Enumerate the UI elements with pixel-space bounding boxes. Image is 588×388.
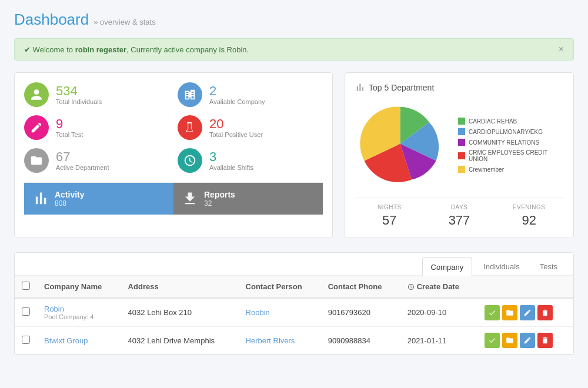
chart-stat-evenings-value: 92 bbox=[494, 213, 564, 228]
alert-text: ✔ Welcome to robin regester, Currently a… bbox=[24, 45, 249, 54]
legend-item-1: CARDIOPULMONARY/EKG bbox=[458, 128, 564, 135]
chart-bar-icon bbox=[32, 190, 49, 207]
contact-link-1[interactable]: Herbert Rivers bbox=[246, 336, 295, 345]
col-contact-person: Contact Person bbox=[239, 276, 321, 298]
row-checkbox-cell bbox=[15, 298, 37, 327]
download-icon bbox=[182, 190, 198, 207]
row-company-name-0: Robin Pool Company: 4 bbox=[37, 298, 121, 327]
delete-button-0[interactable] bbox=[537, 305, 553, 320]
row-address-1: 4032 Lehi Drive Memphis bbox=[121, 327, 239, 354]
data-table: Company Name Address Contact Person Cont… bbox=[15, 276, 573, 354]
chart-title-text: Top 5 Department bbox=[369, 83, 434, 92]
legend-label-4: Crewmember bbox=[469, 166, 504, 173]
activity-btn-sub: 808 bbox=[55, 199, 85, 208]
table-header-row: Company Name Address Contact Person Cont… bbox=[15, 276, 573, 298]
edit-button-1[interactable] bbox=[520, 333, 535, 348]
alert-close-button[interactable]: × bbox=[559, 45, 564, 54]
stat-total-individuals: 534 Total Individuals bbox=[24, 82, 169, 107]
legend-dot-3 bbox=[458, 152, 465, 159]
tab-tests[interactable]: Tests bbox=[531, 257, 566, 275]
contact-link-0[interactable]: Roobin bbox=[246, 308, 270, 317]
col-checkbox bbox=[15, 276, 37, 298]
check-button-0[interactable] bbox=[485, 305, 500, 320]
flask-icon bbox=[183, 121, 196, 134]
stat-positive-user: 20 Total Positive User bbox=[178, 115, 323, 140]
col-address: Address bbox=[121, 276, 239, 298]
tab-individuals[interactable]: Individuals bbox=[475, 257, 528, 275]
table-row: Robin Pool Company: 4 4032 Lehi Box 210 … bbox=[15, 298, 573, 327]
tab-company[interactable]: Company bbox=[422, 257, 473, 276]
delete-button-1[interactable] bbox=[537, 333, 553, 348]
legend-item-3: CRMC EMPLOYEES CREDIT UNION bbox=[458, 149, 564, 162]
row-checkbox-0[interactable] bbox=[22, 307, 30, 316]
row-date-0: 2020-09-10 bbox=[400, 298, 477, 327]
reports-btn-sub: 32 bbox=[204, 199, 235, 208]
stat-info-shifts: 3 Avaliable Shifts bbox=[209, 150, 253, 171]
stat-label-company: Avaliable Company bbox=[209, 98, 265, 105]
page-subtitle: » overview & stats bbox=[93, 18, 156, 26]
check-icon-0 bbox=[488, 309, 496, 317]
chart-stat-evenings-label: EVENINGS bbox=[494, 204, 564, 210]
col-company-name: Company Name bbox=[37, 276, 121, 298]
legend-dot-2 bbox=[458, 139, 465, 146]
stat-icon-dept bbox=[24, 148, 49, 173]
company-name-link-1[interactable]: Btwixt Group bbox=[44, 336, 88, 345]
folder-button-1[interactable] bbox=[502, 333, 517, 348]
table-container: Company Name Address Contact Person Cont… bbox=[15, 276, 573, 354]
check-button-1[interactable] bbox=[485, 333, 500, 348]
chart-legend: CARDIAC REHAB CARDIOPULMONARY/EKG COMMUN… bbox=[458, 118, 564, 173]
edit-icon bbox=[30, 121, 43, 134]
reports-button[interactable]: Reports 32 bbox=[173, 183, 323, 215]
row-phone-1: 9090988834 bbox=[321, 327, 400, 354]
chart-body: CARDIAC REHAB CARDIOPULMONARY/EKG COMMUN… bbox=[355, 101, 564, 189]
stat-info-company: 2 Avaliable Company bbox=[209, 84, 265, 105]
stat-icon-individuals bbox=[24, 82, 49, 107]
stat-label-shifts: Avaliable Shifts bbox=[209, 164, 253, 171]
chart-stat-nights-label: NIGHTS bbox=[355, 204, 425, 210]
chart-stat-nights-value: 57 bbox=[355, 213, 425, 228]
activity-btn-info: Activity 808 bbox=[55, 190, 85, 208]
chart-stat-days-label: DAYS bbox=[425, 204, 495, 210]
legend-item-4: Crewmember bbox=[458, 166, 564, 173]
stat-number-company: 2 bbox=[209, 84, 265, 98]
stat-icon-company bbox=[178, 82, 202, 107]
building-icon bbox=[183, 88, 196, 101]
welcome-alert: ✔ Welcome to robin regester, Currently a… bbox=[14, 38, 574, 61]
legend-item-0: CARDIAC REHAB bbox=[458, 118, 564, 125]
delete-btn-icon-0 bbox=[541, 309, 549, 317]
legend-dot-1 bbox=[458, 128, 465, 135]
stats-grid: 534 Total Individuals 2 Avaliable Compan… bbox=[24, 82, 323, 173]
table-tabs: Company Individuals Tests bbox=[15, 253, 573, 276]
edit-button-0[interactable] bbox=[520, 305, 535, 320]
legend-dot-0 bbox=[458, 118, 465, 125]
stat-label-test: Total Test bbox=[56, 131, 83, 138]
activity-button[interactable]: Activity 808 bbox=[24, 183, 173, 215]
chart-stat-evenings: EVENINGS 92 bbox=[494, 204, 564, 228]
stat-icon-shifts bbox=[178, 148, 202, 173]
alert-post: , Currently active company is Robin. bbox=[126, 45, 249, 54]
reports-btn-title: Reports bbox=[204, 190, 235, 199]
row-checkbox-1[interactable] bbox=[22, 336, 30, 344]
stat-label-positive: Total Positive User bbox=[209, 131, 263, 138]
table-row: Btwixt Group 4032 Lehi Drive Memphis Her… bbox=[15, 327, 573, 354]
stat-info-test: 9 Total Test bbox=[56, 117, 83, 138]
row-actions-0 bbox=[477, 298, 573, 327]
row-contact-0: Roobin bbox=[239, 298, 321, 327]
col-actions bbox=[477, 276, 573, 298]
table-section: Company Individuals Tests Company Name A… bbox=[14, 252, 574, 355]
check-icon-1 bbox=[488, 336, 496, 344]
delete-btn-icon-1 bbox=[541, 336, 549, 344]
folder-button-0[interactable] bbox=[502, 305, 517, 320]
company-name-link-0[interactable]: Robin bbox=[44, 305, 64, 313]
action-buttons: Activity 808 Reports 32 bbox=[24, 182, 323, 215]
select-all-checkbox[interactable] bbox=[22, 282, 30, 290]
chart-stat-days-value: 377 bbox=[425, 213, 495, 228]
edit-btn-icon-1 bbox=[523, 336, 532, 344]
col-contact-phone: Contact Phone bbox=[321, 276, 400, 298]
action-icons-1 bbox=[485, 333, 566, 348]
stat-label-dept: Active Department bbox=[56, 164, 109, 171]
stat-info-individuals: 534 Total Individuals bbox=[56, 84, 102, 105]
legend-label-1: CARDIOPULMONARY/EKG bbox=[469, 129, 543, 135]
row-checkbox-cell bbox=[15, 327, 37, 354]
stat-info-dept: 67 Active Department bbox=[56, 150, 109, 171]
